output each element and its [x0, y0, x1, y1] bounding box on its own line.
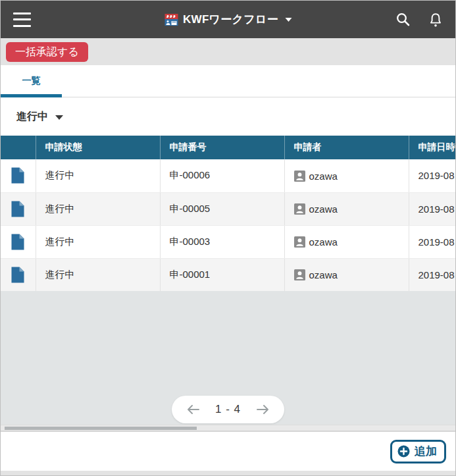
cell-applicant: ozawa [284, 192, 409, 225]
search-button[interactable] [395, 12, 411, 27]
column-header-number: 申請番号 [160, 136, 284, 159]
next-page-button[interactable] [254, 403, 271, 416]
table-header-row: 申請状態 申請番号 申請者 申請日時 [1, 136, 455, 159]
view-filter-label: 進行中 [16, 110, 48, 124]
prev-page-button[interactable] [185, 403, 202, 416]
bottom-bar: 追加 [1, 431, 455, 471]
app-title-dropdown[interactable]: KWFワークフロー [165, 12, 291, 27]
app-screen: KWFワークフロー 一括承認する 一覧 進行中 [0, 0, 456, 476]
records-table-viewport[interactable]: 申請状態 申請番号 申請者 申請日時 進行中 申-00006 [1, 136, 455, 291]
person-icon [294, 269, 305, 280]
cell-number: 申-00001 [160, 258, 284, 291]
cell-status: 進行中 [36, 225, 160, 258]
table-row[interactable]: 進行中 申-00006 ozawa 2019-08 [1, 159, 455, 192]
record-open-cell[interactable] [1, 159, 36, 192]
cell-applicant: ozawa [284, 225, 409, 258]
cell-number: 申-00005 [160, 192, 284, 225]
cell-datetime: 2019-08 [409, 225, 455, 258]
dropdown-caret-icon [285, 18, 291, 22]
add-record-button[interactable]: 追加 [390, 440, 446, 463]
cell-applicant: ozawa [284, 159, 409, 192]
document-icon [11, 267, 24, 283]
person-icon [294, 171, 305, 182]
column-header-applicant: 申請者 [284, 136, 409, 159]
pagination: 1 - 4 [172, 396, 284, 423]
records-table: 申請状態 申請番号 申請者 申請日時 進行中 申-00006 [1, 136, 455, 291]
cell-datetime: 2019-08 [409, 258, 455, 291]
applicant-name: ozawa [309, 171, 338, 182]
view-filter-dropdown[interactable]: 進行中 [1, 97, 455, 136]
column-header-datetime: 申請日時 [409, 136, 455, 159]
bulk-approve-button[interactable]: 一括承認する [6, 42, 88, 62]
document-icon [11, 234, 24, 250]
horizontal-scrollbar-thumb[interactable] [5, 427, 197, 430]
table-row[interactable]: 進行中 申-00001 ozawa 2019-08 [1, 258, 455, 291]
search-icon [395, 12, 411, 27]
document-icon [11, 201, 24, 217]
cell-status: 進行中 [36, 192, 160, 225]
applicant-name: ozawa [309, 236, 338, 248]
header-actions [395, 12, 443, 28]
document-icon [11, 167, 24, 184]
bottom-strip [1, 471, 455, 475]
applicant-name: ozawa [309, 203, 338, 215]
person-icon [294, 236, 305, 248]
cell-datetime: 2019-08 [409, 192, 455, 225]
cell-status: 進行中 [36, 258, 160, 291]
cell-datetime: 2019-08 [409, 159, 455, 192]
tab-list[interactable]: 一覧 [1, 65, 62, 97]
table-body: 進行中 申-00006 ozawa 2019-08 [1, 159, 455, 291]
column-header-icon [1, 136, 36, 159]
tab-bar: 一覧 [1, 65, 455, 97]
hamburger-menu-button[interactable] [13, 13, 31, 27]
app-header: KWFワークフロー [1, 1, 455, 38]
horizontal-scrollbar-track[interactable] [1, 425, 455, 431]
add-record-label: 追加 [415, 444, 437, 459]
record-open-cell[interactable] [1, 258, 36, 291]
cell-applicant: ozawa [284, 258, 409, 291]
kintone-app-icon [165, 14, 178, 26]
person-icon [294, 203, 305, 215]
record-open-cell[interactable] [1, 225, 36, 258]
record-open-cell[interactable] [1, 192, 36, 225]
arrow-left-icon [186, 404, 201, 415]
cell-status: 進行中 [36, 159, 160, 192]
cell-number: 申-00003 [160, 225, 284, 258]
applicant-name: ozawa [309, 269, 338, 280]
page-range-label: 1 - 4 [215, 403, 241, 416]
table-row[interactable]: 進行中 申-00003 ozawa 2019-08 [1, 225, 455, 258]
bell-icon [428, 12, 443, 28]
plus-circle-icon [397, 445, 410, 458]
column-header-status: 申請状態 [36, 136, 160, 159]
action-strip: 一括承認する [1, 38, 455, 65]
content-background: 1 - 4 [1, 291, 455, 425]
dropdown-caret-icon [55, 115, 63, 120]
table-row[interactable]: 進行中 申-00005 ozawa 2019-08 [1, 192, 455, 225]
arrow-right-icon [255, 404, 270, 415]
app-title: KWFワークフロー [183, 12, 278, 27]
cell-number: 申-00006 [160, 159, 284, 192]
notifications-button[interactable] [428, 12, 443, 28]
